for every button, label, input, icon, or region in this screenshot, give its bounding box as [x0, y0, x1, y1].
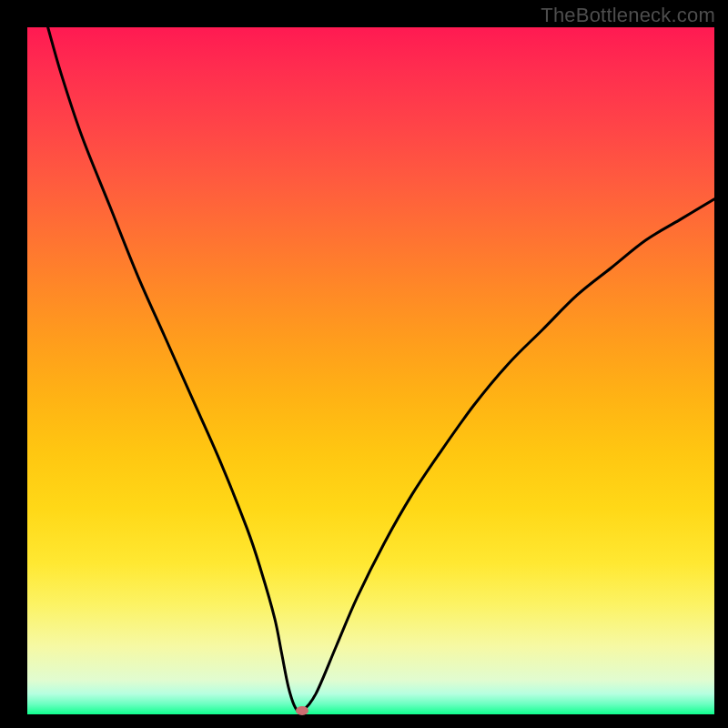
- bottleneck-curve: [27, 27, 714, 714]
- watermark-text: TheBottleneck.com: [541, 4, 715, 27]
- curve-path: [48, 27, 714, 712]
- plot-area: [27, 27, 714, 714]
- optimum-marker: [296, 706, 308, 715]
